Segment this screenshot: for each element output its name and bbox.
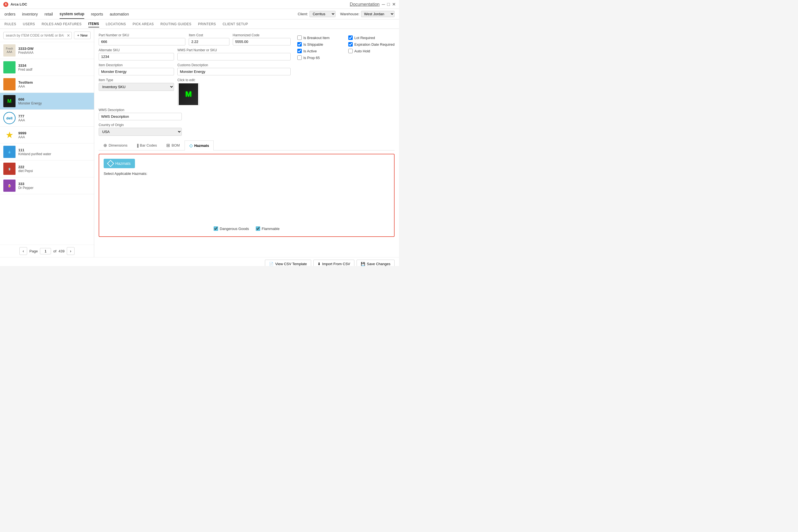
sub-nav-rules[interactable]: RULES <box>4 21 16 27</box>
nav-automation[interactable]: automation <box>110 10 129 19</box>
save-changes-button[interactable]: 💾 Save Changes <box>357 260 395 266</box>
warehouse-select[interactable]: West Jordan <box>361 11 395 17</box>
sub-nav-client-setup[interactable]: CLIENT SETUP <box>223 21 248 27</box>
flammable-input[interactable] <box>256 226 260 231</box>
sub-nav-items[interactable]: ITEMS <box>89 21 99 27</box>
page-number-input[interactable] <box>40 248 51 254</box>
sub-nav-routing[interactable]: ROUTING GUIDES <box>160 21 191 27</box>
part-number-input[interactable] <box>99 38 185 45</box>
item-name: Dr Pepper <box>18 186 91 190</box>
client-select[interactable]: Cerritus <box>309 11 336 17</box>
list-item[interactable]: 🥤 222 diet Pepsi <box>0 160 94 177</box>
alternate-sku-input[interactable] <box>99 53 174 60</box>
dangerous-goods-checkbox[interactable]: Dangerous Goods <box>214 226 249 231</box>
hazmats-header: Hazmats <box>103 159 390 168</box>
hazmats-tab-label: Hazmats <box>115 161 131 166</box>
sub-nav-users[interactable]: USERS <box>23 21 35 27</box>
list-item[interactable]: M 666 Monster Energy <box>0 93 94 110</box>
is-breakout-input[interactable] <box>297 36 302 40</box>
country-group: Country of Origin USA <box>99 123 291 136</box>
wms-desc-input[interactable] <box>99 113 182 120</box>
lot-required-checkbox[interactable]: Lot Required <box>348 36 393 40</box>
item-thumbnail: 🥤 <box>3 163 16 175</box>
is-breakout-label: Is Breakout Item <box>303 36 330 40</box>
expiration-date-checkbox[interactable]: Expiration Date Required <box>348 42 395 46</box>
list-item[interactable]: TestItem AAA <box>0 76 94 93</box>
harmonized-code-input[interactable] <box>233 38 291 45</box>
item-image-edit[interactable]: M <box>177 83 200 105</box>
is-prop65-checkbox[interactable]: Is Prop 65 <box>297 55 342 60</box>
tab-dimensions[interactable]: ⊕ Dimensions <box>99 140 132 150</box>
list-item[interactable]: ★ 9999 AAA <box>0 127 94 144</box>
sub-nav-locations[interactable]: LOCATIONS <box>106 21 126 27</box>
documentation-link[interactable]: Documentation <box>350 2 380 7</box>
is-breakout-checkbox[interactable]: Is Breakout Item <box>297 36 342 40</box>
minimize-button[interactable]: ─ <box>382 2 385 7</box>
customs-desc-input[interactable] <box>177 68 290 75</box>
app-title: Arca LOC <box>11 2 27 6</box>
list-item[interactable]: 🍺 333 Dr Pepper <box>0 177 94 194</box>
alternate-sku-label: Alternate SKU <box>99 48 174 52</box>
nav-orders[interactable]: orders <box>4 10 16 19</box>
prev-page-button[interactable]: ‹ <box>19 247 27 255</box>
nav-inventory[interactable]: inventory <box>22 10 38 19</box>
item-type-select[interactable]: Inventory SKU <box>99 83 174 91</box>
auto-hold-label: Auto Hold <box>355 49 370 53</box>
next-page-button[interactable]: › <box>67 247 75 255</box>
list-item[interactable]: 💧 111 Kirkland purified water <box>0 144 94 160</box>
flammable-checkbox[interactable]: Flammable <box>256 226 280 231</box>
view-csv-label: View CSV Template <box>275 262 307 266</box>
list-item[interactable]: 3334 Fred asdf <box>0 59 94 76</box>
maximize-button[interactable]: □ <box>387 2 390 7</box>
wms-part-input[interactable] <box>177 53 290 60</box>
expiration-date-input[interactable] <box>348 42 353 46</box>
view-csv-button[interactable]: 📄 View CSV Template <box>265 260 311 266</box>
pagination: ‹ Page of 439 › <box>0 245 94 257</box>
auto-hold-input[interactable] <box>348 49 353 53</box>
item-code: TestItem <box>18 80 91 84</box>
title-bar: A Arca LOC Documentation ─ □ ✕ <box>0 0 399 9</box>
country-select[interactable]: USA <box>99 128 182 136</box>
form-row-4: Item Type Inventory SKU Click to edit: M <box>99 78 291 105</box>
main-layout: ✕ + New FreshAAA 3333-DW FreshAAA <box>0 29 399 257</box>
item-thumbnail <box>3 78 16 90</box>
is-shippable-input[interactable] <box>297 42 302 46</box>
nav-system-setup[interactable]: system setup <box>60 10 84 19</box>
list-item[interactable]: dell 777 AAA <box>0 110 94 127</box>
is-prop65-input[interactable] <box>297 55 302 60</box>
sub-nav-roles[interactable]: ROLES AND FEATURES <box>41 21 81 27</box>
is-active-label: Is Active <box>303 49 317 53</box>
is-shippable-label: Is Shippable <box>303 42 323 46</box>
item-desc-input[interactable] <box>99 68 174 75</box>
nav-retail[interactable]: retail <box>44 10 53 19</box>
wms-desc-label: WMS Description <box>99 108 291 112</box>
search-input[interactable] <box>3 32 72 39</box>
item-cost-input[interactable] <box>189 38 229 45</box>
nav-reports[interactable]: reports <box>91 10 103 19</box>
auto-hold-checkbox[interactable]: Auto Hold <box>348 49 393 53</box>
title-bar-left: A Arca LOC <box>3 2 27 7</box>
item-code: 3334 <box>18 63 91 68</box>
tab-bar-codes[interactable]: ||| Bar Codes <box>132 141 162 150</box>
sub-nav-pick-areas[interactable]: PICK AREAS <box>133 21 154 27</box>
harmonized-code-group: Harmonized Code <box>233 33 291 45</box>
dangerous-goods-input[interactable] <box>214 226 218 231</box>
import-csv-button[interactable]: ⬇ Import From CSV <box>314 260 355 266</box>
is-active-input[interactable] <box>297 49 302 53</box>
close-button[interactable]: ✕ <box>392 2 396 7</box>
is-active-checkbox[interactable]: Is Active <box>297 49 342 53</box>
is-shippable-checkbox[interactable]: Is Shippable <box>297 42 342 46</box>
item-code: 666 <box>18 97 91 101</box>
list-item[interactable]: FreshAAA 3333-DW FreshAAA <box>0 42 94 59</box>
form-row-2: Alternate SKU WMS Part Number or SKU <box>99 48 291 60</box>
sub-nav-printers[interactable]: PRINTERS <box>198 21 216 27</box>
plus-icon: + <box>77 33 79 37</box>
new-button[interactable]: + New <box>74 32 91 39</box>
tab-hazmats[interactable]: ◇ Hazmats <box>185 140 214 150</box>
wms-part-label: WMS Part Number or SKU <box>177 48 290 52</box>
hazmats-active-tab[interactable]: Hazmats <box>103 159 135 168</box>
search-clear-icon[interactable]: ✕ <box>67 33 70 38</box>
tab-bom[interactable]: ⊞ BOM <box>162 140 185 150</box>
lot-required-input[interactable] <box>348 36 353 40</box>
app-logo: A <box>3 2 8 7</box>
